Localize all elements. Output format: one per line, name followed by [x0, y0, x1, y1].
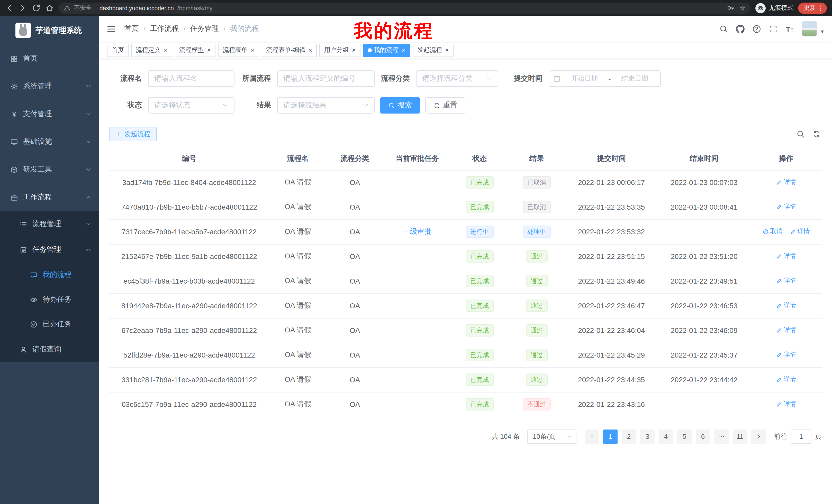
tab-my-process[interactable]: 我的流程×	[363, 44, 410, 57]
browser-forward-icon[interactable]	[19, 4, 27, 12]
cell-actions: 详情	[751, 392, 822, 417]
detail-button[interactable]: 详情	[776, 326, 796, 335]
sidebar-item-payment-management[interactable]: ¥支付管理	[0, 100, 99, 128]
font-size-icon[interactable]: TT	[785, 24, 794, 33]
cell-category: OA	[326, 195, 383, 219]
tab-user-group[interactable]: 用户分组×	[319, 44, 361, 57]
next-page-button[interactable]	[751, 429, 766, 444]
detail-button[interactable]: 详情	[776, 277, 796, 285]
breadcrumb-item[interactable]: 工作流程	[150, 24, 179, 33]
detail-button[interactable]: 详情	[776, 301, 796, 310]
tab-process-form-edit[interactable]: 流程表单-编辑×	[262, 44, 317, 57]
detail-button[interactable]: 详情	[776, 203, 796, 212]
tab-process-model[interactable]: 流程模型×	[175, 44, 215, 57]
prev-page-button[interactable]	[585, 429, 599, 444]
reset-button[interactable]: 重置	[425, 97, 465, 114]
hamburger-icon[interactable]	[106, 24, 116, 34]
close-icon[interactable]: ×	[251, 47, 254, 53]
tab-home[interactable]: 首页	[107, 44, 129, 57]
chevron-up-icon	[85, 247, 92, 253]
sidebar-item-task-management[interactable]: 任务管理	[0, 237, 99, 262]
cell-end-time: 2022-01-22 23:51:20	[658, 244, 750, 269]
cell-category: OA	[326, 392, 383, 417]
column-header: 提交时间	[565, 147, 658, 170]
status-select[interactable]: 请选择状态	[148, 97, 234, 114]
dashboard-icon	[10, 55, 18, 62]
cancel-button[interactable]: 取消	[762, 227, 782, 236]
submit-time-range-picker[interactable]: 开始日期 - 结束日期	[549, 71, 661, 87]
sidebar-item-home[interactable]: 首页	[0, 45, 99, 73]
fullscreen-icon[interactable]	[769, 24, 778, 33]
toggle-search-icon[interactable]	[797, 130, 805, 138]
goto-page-input[interactable]: 1	[791, 429, 811, 444]
detail-button[interactable]: 详情	[776, 400, 796, 409]
browser-menu-icon[interactable]	[817, 4, 824, 11]
close-icon[interactable]: ×	[445, 47, 449, 53]
detail-button[interactable]: 详情	[776, 351, 796, 359]
tab-start-process[interactable]: 发起流程×	[413, 44, 453, 57]
password-key-icon[interactable]	[727, 4, 735, 12]
bookmark-star-icon[interactable]: ☆	[739, 4, 746, 12]
detail-button[interactable]: 详情	[776, 375, 796, 384]
category-select[interactable]: 请选择流程分类	[416, 71, 498, 87]
breadcrumb-item[interactable]: 首页	[125, 24, 139, 33]
sidebar-item-system-management[interactable]: 系统管理	[0, 73, 99, 100]
detail-button[interactable]: 详情	[789, 227, 810, 236]
close-icon[interactable]: ×	[207, 47, 211, 53]
tab-process-definition[interactable]: 流程定义×	[131, 44, 172, 57]
sidebar-item-process-management[interactable]: 流程管理	[0, 211, 99, 237]
page-button-6[interactable]: 6	[696, 429, 710, 444]
browser-update-button[interactable]: 更新	[798, 2, 827, 13]
detail-button[interactable]: 详情	[776, 252, 796, 261]
sidebar-item-infrastructure[interactable]: 基础设施	[0, 128, 99, 156]
page-button-11[interactable]: 11	[733, 429, 747, 444]
sidebar-item-leave-query[interactable]: 请假查询	[0, 337, 99, 362]
page-button-4[interactable]: 4	[659, 429, 673, 444]
help-icon[interactable]	[753, 24, 761, 33]
breadcrumb-item[interactable]: 任务管理	[190, 24, 219, 33]
page-button-2[interactable]: 2	[622, 429, 636, 444]
sidebar-item-my-process[interactable]: 我的流程	[0, 262, 99, 287]
browser-back-icon[interactable]	[5, 4, 14, 12]
result-placeholder: 请选择流结果	[283, 101, 327, 110]
process-name-input[interactable]: 请输入流程名	[148, 71, 234, 87]
page-button-3[interactable]: 3	[640, 429, 655, 444]
result-select[interactable]: 请选择流结果	[277, 97, 375, 114]
pencil-icon	[776, 352, 782, 358]
chevron-down-icon	[85, 139, 92, 145]
sidebar-item-done-tasks[interactable]: 已办任务	[0, 312, 99, 337]
cell-current-task	[383, 170, 451, 195]
github-icon[interactable]	[736, 24, 745, 33]
page-size-select[interactable]: 10条/页	[527, 429, 576, 444]
chevron-down-icon	[363, 102, 369, 108]
close-icon[interactable]: ×	[163, 47, 167, 53]
sidebar-item-todo-tasks[interactable]: 待办任务	[0, 287, 99, 312]
plus-icon	[116, 131, 122, 137]
page-button-5[interactable]: 5	[677, 429, 692, 444]
app-logo[interactable]: 芋道管理系统	[0, 16, 99, 45]
browser-reload-icon[interactable]	[32, 4, 41, 12]
status-badge: 已完成	[466, 324, 493, 337]
detail-button[interactable]: 详情	[776, 178, 796, 187]
process-key-input[interactable]: 请输入流程定义的编号	[277, 71, 375, 87]
monitor-icon	[10, 138, 18, 146]
browser-home-icon[interactable]	[45, 4, 54, 12]
refresh-table-icon[interactable]	[812, 130, 821, 138]
close-icon[interactable]: ×	[309, 47, 312, 53]
avatar[interactable]	[802, 21, 817, 36]
current-task-link[interactable]: 一级审批	[403, 227, 432, 235]
start-process-button[interactable]: 发起流程	[109, 127, 157, 141]
user-icon	[20, 345, 27, 353]
breadcrumb-separator: /	[184, 25, 186, 33]
more-pages-button[interactable]	[714, 429, 729, 444]
close-icon[interactable]: ×	[352, 47, 356, 53]
sidebar-item-workflow[interactable]: 工作流程	[0, 184, 99, 211]
page-button-1[interactable]: 1	[603, 429, 618, 444]
close-icon[interactable]: ×	[401, 47, 406, 53]
search-icon[interactable]	[720, 24, 728, 33]
table-row: 2152467e-7b9b-11ec-9a1b-acde48001122OA 请…	[109, 244, 822, 269]
sidebar-item-dev-tools[interactable]: 研发工具	[0, 156, 99, 184]
address-bar[interactable]: 不安全 dashboard.yudao.iocoder.cn /bpm/task…	[59, 2, 751, 13]
search-button[interactable]: 搜索	[380, 97, 420, 114]
tab-process-form[interactable]: 流程表单×	[218, 44, 259, 57]
